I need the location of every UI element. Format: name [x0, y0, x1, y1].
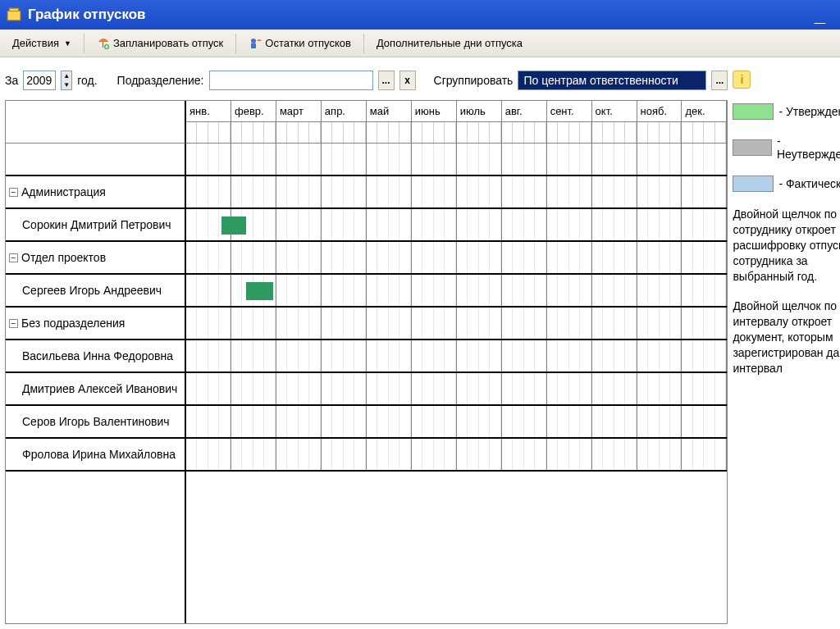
group-row: −Без подразделения	[6, 308, 185, 340]
row-label: Васильева Инна Федоровна	[22, 349, 173, 362]
month-header: окт.	[592, 101, 637, 122]
group-by-picker-button[interactable]: ...	[711, 71, 728, 90]
month-header: апр.	[322, 101, 367, 122]
person-umbrella-icon	[249, 37, 262, 50]
legend-swatch-actual	[733, 175, 774, 192]
timeline-row	[186, 275, 727, 308]
svg-point-4	[251, 39, 256, 43]
employee-row[interactable]: Сорокин Дмитрий Петрович	[6, 209, 185, 242]
group-by-value: По центрам ответственности	[523, 74, 678, 87]
plan-vacation-button[interactable]: Запланировать отпуск	[89, 34, 231, 53]
spinner-down-icon[interactable]: ▼	[62, 80, 71, 89]
svg-rect-1	[9, 8, 18, 11]
timeline-row	[186, 144, 727, 176]
separator	[84, 34, 84, 53]
month-header: февр.	[231, 101, 276, 122]
legend-approved: Утвержденные	[733, 103, 840, 120]
spacer-row	[6, 144, 185, 176]
extra-days-label: Дополнительные дни отпуска	[377, 37, 523, 49]
row-label: Без подразделения	[21, 317, 125, 330]
year-input[interactable]	[23, 71, 56, 90]
timeline-row	[186, 373, 727, 406]
legend-swatch-unapproved	[733, 139, 772, 156]
umbrella-add-icon	[97, 37, 110, 50]
group-by-label: Сгруппировать	[434, 74, 514, 87]
timeline-row	[186, 406, 727, 439]
row-label: Фролова Ирина Михайловна	[22, 448, 176, 461]
month-header: май	[367, 101, 412, 122]
group-by-select[interactable]: По центрам ответственности	[518, 71, 706, 90]
expander-icon[interactable]: −	[9, 319, 18, 328]
help-text-2: Двойной щелчок по интервалу откроет доку…	[733, 299, 840, 376]
actions-menu[interactable]: Действия ▼	[5, 34, 79, 52]
row-label: Сергеев Игорь Андреевич	[22, 284, 162, 297]
legend-label-approved: Утвержденные	[778, 105, 840, 118]
employee-row[interactable]: Фролова Ирина Михайловна	[6, 439, 185, 472]
plan-vacation-label: Запланировать отпуск	[113, 37, 223, 49]
legend-actual: Фактические	[733, 175, 840, 192]
titlebar: График отпусков _	[0, 0, 840, 30]
window-title: График отпусков	[28, 7, 146, 23]
info-button[interactable]: i	[733, 71, 751, 89]
app-icon	[7, 7, 21, 22]
separator	[363, 34, 364, 53]
dropdown-caret-icon: ▼	[64, 39, 71, 48]
employee-row[interactable]: Серов Игорь Валентинович	[6, 406, 185, 439]
timeline-row	[186, 439, 727, 472]
month-header: дек.	[682, 101, 727, 122]
gantt-chart: янв.февр.мартапр.майиюньиюльавг.сент.окт…	[5, 100, 728, 624]
extra-days-button[interactable]: Дополнительные дни отпуска	[369, 34, 530, 52]
timeline-row	[186, 308, 727, 340]
timeline-row	[186, 242, 727, 275]
employee-row[interactable]: Васильева Инна Федоровна	[6, 340, 185, 373]
for-label: За	[5, 74, 18, 87]
svg-rect-5	[251, 43, 256, 48]
sidebar: i Утвержденные Неутвержденные Фактически…	[728, 66, 840, 629]
help-text-1: Двойной щелчок по сотруднику откроет рас…	[733, 207, 840, 284]
month-header: июнь	[412, 101, 457, 122]
filter-row: За ▲ ▼ год. Подразделение: ... x Сгруппи…	[5, 71, 728, 90]
department-label: Подразделение:	[117, 74, 204, 87]
row-label: Сорокин Дмитрий Петрович	[22, 218, 171, 231]
department-input[interactable]	[209, 71, 373, 90]
row-label: Администрация	[21, 185, 106, 198]
name-column-header	[6, 101, 186, 144]
month-header: авг.	[502, 101, 547, 122]
expander-icon[interactable]: −	[9, 253, 18, 262]
group-row: −Администрация	[6, 176, 185, 209]
toolbar: Действия ▼ Запланировать отпуск Остатки …	[0, 30, 840, 57]
svg-rect-2	[103, 42, 103, 48]
spinner-up-icon[interactable]: ▲	[62, 71, 71, 80]
minimize-button[interactable]: _	[806, 3, 833, 26]
department-picker-button[interactable]: ...	[378, 71, 395, 90]
year-spinner[interactable]: ▲ ▼	[61, 71, 72, 90]
year-suffix: год.	[77, 74, 97, 87]
month-header: янв.	[186, 101, 231, 122]
timeline-row	[186, 176, 727, 209]
row-label: Отдел проектов	[21, 251, 106, 264]
vacation-balance-label: Остатки отпусков	[265, 37, 351, 49]
legend-label-actual: Фактические	[778, 177, 840, 190]
department-clear-button[interactable]: x	[399, 71, 416, 90]
expander-icon[interactable]: −	[9, 188, 18, 197]
legend-swatch-approved	[733, 103, 774, 120]
legend-unapproved: Неутвержденные	[733, 134, 840, 161]
group-row: −Отдел проектов	[6, 242, 185, 275]
employee-row[interactable]: Дмитриев Алексей Иванович	[6, 373, 185, 406]
actions-label: Действия	[12, 37, 59, 49]
month-header: сент.	[547, 101, 592, 122]
vacation-balance-button[interactable]: Остатки отпусков	[241, 34, 358, 53]
month-header: нояб.	[637, 101, 682, 122]
employee-row[interactable]: Сергеев Игорь Андреевич	[6, 275, 185, 308]
row-label: Серов Игорь Валентинович	[22, 415, 170, 428]
vacation-interval[interactable]	[221, 217, 246, 235]
row-label: Дмитриев Алексей Иванович	[22, 382, 177, 395]
month-header: июль	[457, 101, 502, 122]
separator	[235, 34, 236, 53]
timeline-row	[186, 209, 727, 242]
svg-rect-0	[7, 11, 21, 21]
month-header: март	[276, 101, 322, 122]
legend-label-unapproved: Неутвержденные	[777, 134, 840, 161]
vacation-interval[interactable]	[246, 282, 273, 300]
timeline-row	[186, 340, 727, 373]
